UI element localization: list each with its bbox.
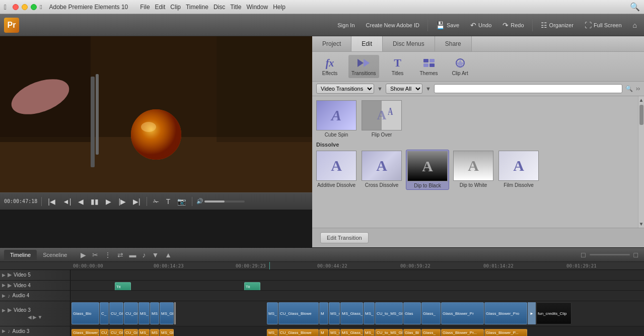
menu-clip[interactable]: Clip — [170, 4, 181, 11]
home-button[interactable]: ⌂ — [630, 19, 640, 31]
audio4-expand-icon[interactable]: ▶ — [2, 293, 6, 298]
transition-cube-spin[interactable]: A Cube Spin — [315, 99, 357, 139]
volume-slider[interactable]: 🔊 — [196, 198, 245, 205]
scroll-up-button[interactable]: ▲ — [639, 97, 644, 103]
step-back-button[interactable]: ◄| — [60, 196, 74, 207]
clip-ms-gl[interactable]: MS_Gl — [160, 302, 174, 324]
audio-clip-18[interactable]: Glass_Blower_P... — [484, 329, 527, 337]
clip-cu-to-ms-gl[interactable]: CU_to_MS_Gl — [375, 302, 403, 324]
clip-glass-blower-pro[interactable]: Glass_Blower_Pro — [484, 302, 527, 324]
transition-dip-indicator[interactable]: ► — [528, 302, 536, 324]
transitions-button[interactable]: Transitions — [348, 55, 379, 78]
clip-glass[interactable]: Glass_ — [421, 302, 441, 324]
transition-dip-to-black[interactable]: A Dip to Black — [406, 150, 449, 190]
clip-ms-3[interactable]: MS_ — [267, 302, 278, 324]
clip-fun-credits[interactable]: fun_credits_Clip — [536, 302, 571, 324]
zoom-slider[interactable] — [590, 254, 630, 255]
full-screen-button[interactable]: ⛶ Full Screen — [582, 19, 625, 31]
fit-timeline-button[interactable]: □ — [579, 250, 587, 260]
search-icon[interactable]: 🔍 — [630, 2, 640, 12]
audio-clip-16[interactable]: Glass_ — [421, 329, 441, 337]
transition-film-dissolve[interactable]: A Film Dissolve — [497, 150, 540, 190]
transition-cross-dissolve[interactable]: A Cross Dissolve — [361, 150, 403, 190]
video4-expand-icon[interactable]: ▶ — [2, 283, 6, 288]
show-all-select[interactable]: Show All — [386, 84, 422, 94]
video3-more-button[interactable]: ▼ — [38, 314, 43, 320]
camera-button[interactable]: 📷 — [175, 196, 188, 207]
track-video4-body[interactable]: Tit Tit — [70, 281, 644, 291]
themes-button[interactable]: Themes — [416, 55, 442, 78]
timeline-settings-button[interactable]: □ — [632, 250, 640, 260]
clip-ms-1[interactable]: MS_ — [138, 302, 150, 324]
save-button[interactable]: 💾 Save — [433, 19, 462, 31]
transition-dip-to-white[interactable]: A Dip to White — [452, 150, 494, 190]
video5-expand-icon[interactable]: ▶ — [2, 273, 6, 278]
tab-disc-menus[interactable]: Disc Menus — [383, 36, 435, 51]
minimize-button[interactable] — [22, 4, 28, 10]
clip-ms-4[interactable]: MS_ — [364, 302, 375, 324]
redo-button[interactable]: ↷ Redo — [499, 19, 527, 31]
titles-button[interactable]: T Titles — [385, 55, 410, 78]
audio-tool[interactable]: ♪ — [140, 250, 148, 260]
audio-clip-5[interactable]: MS_ — [138, 329, 150, 337]
playhead[interactable] — [269, 262, 270, 270]
panel-scrollbar[interactable]: ▲ ▼ — [638, 96, 644, 228]
clip-tit-1[interactable]: Tit — [115, 282, 131, 291]
go-to-end-button[interactable]: ▶| — [131, 196, 142, 207]
sign-in-button[interactable]: Sign In — [334, 20, 357, 30]
tab-sceneline[interactable]: Sceneline — [37, 250, 73, 260]
clip-ms-2[interactable]: MS — [150, 302, 159, 324]
transition-flip-over[interactable]: A Flip Over — [361, 99, 403, 139]
dropdown-tool[interactable]: ▼ — [150, 250, 161, 260]
audio-clip-3[interactable]: CU_Gla — [109, 329, 123, 337]
step-forward-button[interactable]: |▶ — [116, 196, 128, 207]
close-button[interactable] — [13, 4, 19, 10]
pause-button[interactable]: ▮▮ — [89, 196, 101, 207]
organizer-button[interactable]: ☷ Organizer — [538, 19, 577, 31]
tab-project[interactable]: Project — [312, 36, 351, 51]
video3-expand-icon[interactable]: ▶ — [2, 308, 6, 313]
scroll-thumb[interactable] — [639, 105, 643, 125]
track-audio3-body[interactable]: Glass_Blower_Br... CU_t CU_Gla CU_Gla MS… — [70, 326, 644, 337]
track-audio4-body[interactable] — [70, 291, 644, 301]
clip-cu-gla-1[interactable]: CU_Gla — [109, 302, 123, 324]
move-tool[interactable]: ⋮ — [102, 250, 113, 260]
edit-transition-button[interactable]: Edit Transition — [320, 232, 369, 243]
audio-clip-1[interactable]: Glass_Blower_Br... — [71, 329, 99, 337]
menu-edit[interactable]: Edit — [155, 4, 166, 11]
audio-clip-10[interactable]: M — [319, 329, 328, 337]
clip-glass-blower-pr-1[interactable]: Glass_Blower_Pr — [441, 302, 484, 324]
maximize-button[interactable] — [31, 4, 37, 10]
search-input[interactable] — [434, 84, 622, 93]
transition-additive-dissolve[interactable]: A Additive Dissolve — [315, 150, 357, 190]
audio-clip-8[interactable]: MS_ — [267, 329, 278, 337]
selection-tool[interactable]: ▶ — [79, 250, 88, 260]
audio-clip-6[interactable]: MS — [150, 329, 159, 337]
clip-cu-glass-blowe[interactable]: CU_Glass_Blowe — [278, 302, 319, 324]
razor-tool[interactable]: ✂ — [90, 250, 100, 260]
undo-button[interactable]: ↶ Undo — [467, 19, 494, 31]
audio-clip-15[interactable]: Glas_Bl — [403, 329, 421, 337]
slip-tool[interactable]: ⇄ — [115, 250, 125, 260]
menu-file[interactable]: File — [140, 4, 150, 11]
audio-clip-7[interactable]: MS_Gl — [160, 329, 174, 337]
marker-tool[interactable]: ▲ — [163, 250, 174, 260]
search-button[interactable]: 🔍 — [625, 85, 633, 92]
scroll-down-button[interactable]: ▼ — [639, 221, 644, 227]
go-to-beginning-button[interactable]: |◀ — [46, 196, 57, 207]
video3-prev-button[interactable]: ◀ — [28, 314, 32, 320]
audio3-expand-icon[interactable]: ▶ — [2, 328, 6, 333]
track-video3-body[interactable]: Glass_Blo C_ CU_Gla CU_Gla MS_ MS MS_Gl … — [70, 301, 644, 326]
video3-next-button[interactable]: ▶ — [33, 314, 37, 320]
rewind-button[interactable]: ◀ — [76, 196, 86, 207]
clip-art-button[interactable]: Clip Art — [448, 55, 473, 78]
track-video5-body[interactable] — [70, 270, 644, 280]
audio-clip-11[interactable]: MS_m — [329, 329, 340, 337]
play-button[interactable]: ▶ — [104, 196, 113, 207]
clip-ms-glass[interactable]: MS_Glass_ — [340, 302, 363, 324]
text-tool-button[interactable]: T — [164, 196, 173, 207]
track-select-tool[interactable]: ▬ — [127, 250, 138, 260]
audio-clip-12[interactable]: MS_Glass_ — [340, 329, 363, 337]
clip-m[interactable]: M — [319, 302, 328, 324]
clip-glass-blo[interactable]: Glass_Blo — [71, 302, 99, 324]
